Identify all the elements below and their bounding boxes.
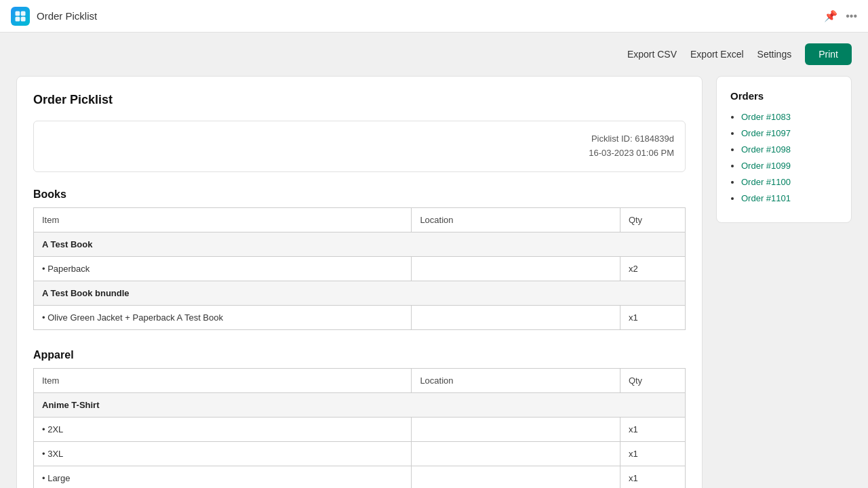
top-bar-actions: 📌 ••• [824,9,857,22]
sidebar-order-item: Order #1097 [741,127,837,138]
item-location [412,417,620,441]
picklist-card: Picklist ID: 6184839d 16-03-2023 01:06 P… [33,121,686,172]
item-qty: x1 [620,305,685,329]
app-title: Order Picklist [37,10,97,22]
table-row: • Olive Green Jacket + Paperback A Test … [34,305,686,329]
col-header-qty: Qty [620,368,685,392]
more-options-icon[interactable]: ••• [846,10,857,22]
sections-container: BooksItemLocationQtyA Test Book• Paperba… [33,188,686,488]
print-button[interactable]: Print [805,43,852,65]
picklist-date: 16-03-2023 01:06 PM [45,146,674,161]
item-label: • Large [34,466,412,488]
action-bar: Export CSV Export Excel Settings Print [0,33,868,76]
app-icon [11,7,30,26]
sidebar-order-link-5[interactable]: Order #1101 [741,193,791,203]
item-label: • Olive Green Jacket + Paperback A Test … [34,305,412,329]
section-title-0: Books [33,188,686,201]
sidebar-order-link-2[interactable]: Order #1098 [741,144,791,155]
sidebar-order-link-3[interactable]: Order #1099 [741,161,791,171]
table-group-row: A Test Book bnundle [34,281,686,305]
table-row: • Paperbackx2 [34,256,686,281]
sidebar-order-link-1[interactable]: Order #1097 [741,128,791,138]
table-row: • Largex1 [34,466,686,488]
col-header-item: Item [34,368,412,392]
sidebar-order-item: Order #1083 [741,111,837,122]
sidebar-order-item: Order #1098 [741,144,837,155]
svg-rect-3 [21,16,26,21]
sidebar-orders-list: Order #1083Order #1097Order #1098Order #… [730,111,837,203]
item-qty: x1 [620,466,685,488]
item-location [412,441,620,466]
sidebar: Orders Order #1083Order #1097Order #1098… [716,76,852,223]
col-header-location: Location [412,207,620,232]
picklist-table-1: ItemLocationQtyAnime T-Shirt• 2XLx1• 3XL… [33,368,686,488]
sidebar-order-link-0[interactable]: Order #1083 [741,112,791,122]
sidebar-title: Orders [730,90,837,102]
sidebar-order-item: Order #1100 [741,176,837,187]
main-layout: Order Picklist Picklist ID: 6184839d 16-… [0,76,868,488]
col-header-location: Location [412,368,620,392]
table-group-row: Anime T-Shirt [34,392,686,417]
item-location [412,305,620,329]
settings-button[interactable]: Settings [757,49,792,60]
item-label: • 2XL [34,417,412,441]
picklist-id: Picklist ID: 6184839d [45,132,674,146]
pin-icon[interactable]: 📌 [824,9,837,22]
page-title: Order Picklist [33,93,686,107]
item-location [412,466,620,488]
sidebar-order-item: Order #1099 [741,160,837,171]
svg-rect-2 [16,16,20,21]
table-group-row: A Test Book [34,232,686,256]
section-title-1: Apparel [33,349,686,361]
sidebar-order-item: Order #1101 [741,192,837,203]
sidebar-order-link-4[interactable]: Order #1100 [741,177,791,187]
col-header-item: Item [34,207,412,232]
item-label: • 3XL [34,441,412,466]
svg-rect-1 [21,11,26,16]
picklist-meta: Picklist ID: 6184839d 16-03-2023 01:06 P… [45,132,674,161]
item-qty: x1 [620,417,685,441]
svg-rect-0 [16,11,20,16]
table-row: • 3XLx1 [34,441,686,466]
item-qty: x2 [620,256,685,281]
table-row: • 2XLx1 [34,417,686,441]
top-bar: Order Picklist 📌 ••• [0,0,868,33]
export-csv-button[interactable]: Export CSV [627,49,677,60]
picklist-table-0: ItemLocationQtyA Test Book• Paperbackx2A… [33,207,686,330]
item-qty: x1 [620,441,685,466]
item-label: • Paperback [34,256,412,281]
col-header-qty: Qty [620,207,685,232]
export-excel-button[interactable]: Export Excel [690,49,744,60]
content-area: Order Picklist Picklist ID: 6184839d 16-… [16,76,703,488]
item-location [412,256,620,281]
